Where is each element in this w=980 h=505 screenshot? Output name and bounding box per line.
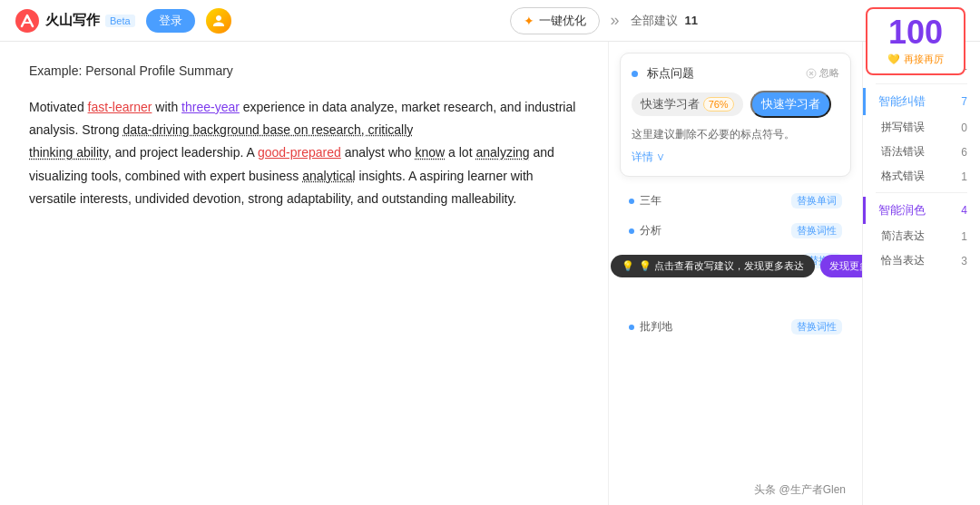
sidebar-divider-2	[876, 192, 967, 193]
suggestion-desc: 这里建议删除不必要的标点符号。	[632, 127, 839, 142]
sidebar-divider-1	[876, 83, 967, 84]
doc-title: Example: Personal Profile Summary	[29, 63, 579, 78]
sidebar-sub-format[interactable]: 格式错误 1	[863, 164, 980, 189]
text-and: , and project leadership. A	[108, 145, 258, 160]
suggestion-panel: 标点问题 忽略 快速学习者 76% 快速学习者 这里建议删除不必要的标点符号。 …	[608, 42, 862, 505]
mini-suggestion-3[interactable]: 数据驱动背景基于 替换... 💡 💡 点击查看改写建议，发现更多表达 发现更多表…	[620, 246, 851, 276]
doc-body: Motivated fast-learner with three-year e…	[29, 96, 579, 210]
navbar: 火山写作 Beta 登录 ✦ 一键优化 » 全部建议 11 100 💛 再接再厉	[0, 0, 980, 42]
sidebar-sub-spelling[interactable]: 拼写错误 0	[863, 115, 980, 140]
avatar	[206, 8, 231, 34]
mini-tag-1: 替换单词	[791, 193, 842, 209]
logo-area: 火山写作 Beta	[15, 8, 135, 34]
logo-icon	[15, 8, 40, 34]
mini-dot-4	[629, 325, 634, 330]
optimize-button[interactable]: ✦ 一键优化	[510, 7, 600, 34]
text-with: with	[152, 100, 181, 114]
text-analytical: analytical	[302, 169, 355, 183]
text-motivated: Motivated	[29, 100, 88, 114]
suggestion-type: 标点问题	[647, 66, 694, 80]
sidebar-item-smart-style[interactable]: 智能润色 4	[863, 197, 980, 224]
suggestion-words: 快速学习者 76% 快速学习者	[632, 91, 839, 118]
watermark: 头条 @生产者Glen	[754, 482, 846, 498]
mini-suggestion-4[interactable]: 批判地 替换词性	[620, 312, 851, 342]
word-original: 快速学习者 76%	[632, 92, 743, 116]
editor-area: Example: Personal Profile Summary Motiva…	[0, 42, 608, 505]
text-three-year: three-year	[181, 100, 240, 114]
bulb-icon: 💡	[622, 260, 634, 272]
beta-badge: Beta	[105, 15, 135, 27]
login-button[interactable]: 登录	[146, 9, 195, 33]
score-box: 100 💛 再接再厉	[866, 7, 965, 75]
mini-tag-4: 替换词性	[791, 319, 842, 335]
suggestions-label: 全部建议	[631, 13, 678, 29]
right-sidebar: 全部建议 11 智能纠错 7 拼写错误 0 语法错误 6 格式错误 1 智能润色…	[862, 42, 980, 505]
mini-dot-1	[629, 199, 634, 204]
score-sublabel: 💛 再接再厉	[877, 53, 955, 66]
detail-link[interactable]: 详情 ∨	[632, 150, 839, 165]
tooltip-bar: 💡 💡 点击查看改写建议，发现更多表达	[611, 255, 815, 277]
word-suggested-button[interactable]: 快速学习者	[750, 91, 831, 118]
more-button[interactable]: »	[607, 11, 623, 30]
discover-button[interactable]: 发现更多表达 2	[820, 255, 862, 277]
score-tag: 76%	[703, 97, 734, 112]
mini-suggestion-1[interactable]: 三年 替换单词	[620, 186, 851, 216]
text-fast-learner: fast-learner	[88, 100, 152, 114]
navbar-center: ✦ 一键优化 » 全部建议 11	[242, 7, 965, 34]
suggestion-card-header: 标点问题 忽略	[632, 64, 839, 82]
score-number: 100	[877, 16, 955, 49]
star-icon: ✦	[524, 14, 534, 28]
sidebar-item-smart-correction[interactable]: 智能纠错 7	[863, 88, 980, 115]
sidebar-sub-appropriate[interactable]: 恰当表达 3	[863, 248, 980, 273]
text-analyzing: analyzing	[475, 145, 529, 160]
mini-dot-2	[629, 228, 634, 234]
mini-suggestion-2[interactable]: 分析 替换词性	[620, 216, 851, 246]
suggestion-dot	[632, 71, 638, 77]
text-know: know	[415, 145, 445, 160]
sidebar-sub-concise[interactable]: 简洁表达 1	[863, 224, 980, 248]
suggestions-count: 11	[685, 14, 698, 27]
mini-tag-2: 替换词性	[791, 223, 842, 238]
svg-point-0	[15, 9, 39, 33]
sidebar-sub-grammar[interactable]: 语法错误 6	[863, 140, 980, 164]
text-alot: a lot	[445, 145, 475, 160]
text-good-prepared: good-prepared	[258, 145, 341, 160]
text-analyst: analyst who	[341, 145, 416, 160]
ignore-button[interactable]: 忽略	[806, 66, 839, 80]
logo-text: 火山写作	[45, 12, 100, 29]
main-layout: Example: Personal Profile Summary Motiva…	[0, 42, 980, 505]
suggestion-card: 标点问题 忽略 快速学习者 76% 快速学习者 这里建议删除不必要的标点符号。 …	[620, 53, 851, 177]
